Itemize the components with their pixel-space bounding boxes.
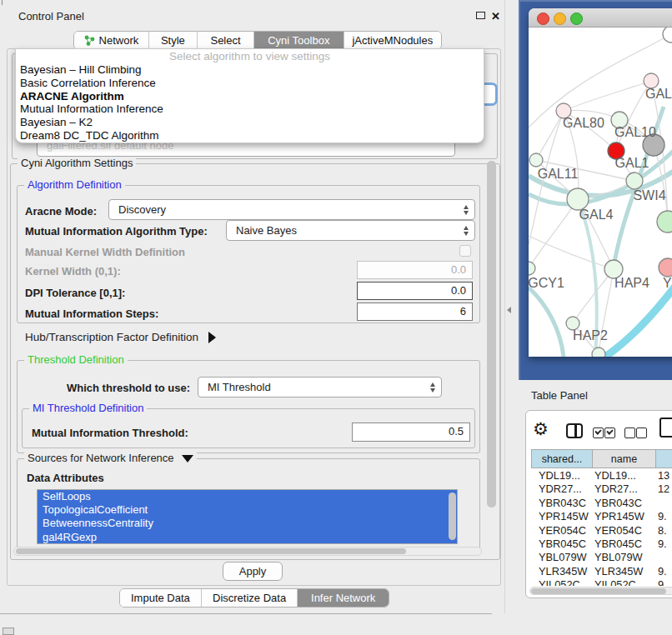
node-label: GAL10 [614, 125, 656, 139]
table-row[interactable]: YBR043C YBR043C [531, 497, 672, 510]
manual-kernel-checkbox[interactable] [459, 245, 471, 257]
tab-network[interactable]: Network [74, 32, 149, 49]
close-icon[interactable]: ✕ [491, 11, 500, 22]
columns-icon[interactable] [566, 423, 583, 438]
dropdown-item[interactable]: Dream8 DC_TDC Algorithm [16, 129, 484, 142]
aracne-mode-combo[interactable]: Discovery [108, 199, 475, 220]
mi-type-label: Mutual Information Algorithm Type: [25, 225, 208, 238]
table-horizontal-scrollbar[interactable] [529, 587, 672, 595]
tab-jactivemnodules[interactable]: jActiveMNodules [344, 32, 441, 49]
table-row[interactable]: YDR27... YDR27... 12 [531, 482, 672, 496]
checkbox-checked-icon[interactable] [604, 428, 615, 438]
network-canvas[interactable]: GAL GAL80 GAL10 GAL1 GAL11 SWI4 GAL4 GCY… [529, 28, 672, 357]
dropdown-item[interactable]: Bayesian – Hill Climbing [16, 63, 484, 77]
node-label: GAL [645, 87, 672, 101]
screen: Control Panel ✕ Network Style Select Cyn… [0, 0, 672, 635]
which-threshold-combo[interactable]: MI Threshold [198, 377, 442, 398]
groupbox-title: Algorithm Definition [24, 178, 125, 191]
table-scrollbar-thumb[interactable] [531, 588, 666, 594]
tab-impute-data[interactable]: Impute Data [120, 589, 202, 607]
node-label: GAL4 [579, 208, 614, 222]
table-row[interactable]: YLR345W YLR345W 9. [531, 565, 672, 578]
node-swi4[interactable] [626, 172, 643, 189]
node-gcy1[interactable] [529, 262, 535, 275]
kernel-width-label: Kernel Width (0,1): [25, 265, 121, 278]
table-row[interactable]: YBL079W YBL079W [531, 551, 672, 564]
column-header[interactable]: A [656, 449, 672, 468]
column-header[interactable]: name [593, 449, 656, 468]
collapsed-arrow-icon [208, 332, 216, 343]
list-item[interactable]: BetweennessCentrality [38, 517, 457, 530]
dropdown-item[interactable]: Basic Correlation Inference [16, 77, 484, 90]
table-row[interactable]: YBR045C YBR045C 9. [531, 538, 672, 551]
mi-steps-label: Mutual Information Steps: [25, 308, 158, 320]
horizontal-scrollbar[interactable] [13, 547, 482, 556]
stray-tick [2, 0, 3, 5]
table-row[interactable]: YIL052C YIL052C 9. [531, 578, 672, 586]
table-row[interactable]: YER054C YER054C 8. [531, 524, 672, 538]
list-item[interactable]: TopologicalCoefficient [38, 503, 457, 517]
groupbox-title: Threshold Definition [24, 353, 128, 366]
panel-bottom-border [0, 613, 492, 614]
tab-infer-network[interactable]: Infer Network [298, 589, 389, 607]
data-attributes-label: Data Attributes [27, 472, 104, 484]
zoom-traffic-light[interactable] [570, 12, 583, 25]
groupbox-title: MI Threshold Definition [29, 402, 147, 414]
checkbox-checked-icon[interactable] [593, 428, 604, 438]
settings-scrollbar[interactable] [487, 161, 496, 508]
groupbox-title: Cyni Algorithm Settings [18, 157, 136, 169]
dropdown-item-selected[interactable]: ARACNE Algorithm [16, 90, 484, 103]
checkbox-empty-icon[interactable] [624, 428, 635, 438]
tab-select[interactable]: Select [198, 32, 254, 49]
data-attributes-list: SelfLoops TopologicalCoefficient Between… [37, 489, 458, 544]
new-table-icon[interactable] [659, 418, 672, 438]
gear-icon[interactable]: ⚙ [533, 419, 549, 439]
kernel-width-field[interactable]: 0.0 [357, 261, 473, 279]
dropdown-item[interactable]: Bayesian – K2 [16, 116, 484, 129]
hub-section-toggle[interactable]: Hub/Transcription Factor Definition [25, 331, 216, 343]
network-window[interactable]: GAL GAL80 GAL10 GAL1 GAL11 SWI4 GAL4 GCY… [529, 8, 672, 357]
dpi-tolerance-field[interactable]: 0.0 [357, 282, 473, 300]
close-traffic-light[interactable] [537, 12, 549, 25]
which-threshold-label: Which threshold to use: [67, 382, 190, 394]
combo-spinner-icon [464, 226, 469, 236]
list-item[interactable]: gal4RGexp [38, 531, 457, 544]
column-header[interactable]: shared... [531, 449, 593, 468]
table-row[interactable]: YDL19... YDL19... 13 [531, 469, 672, 482]
float-window-icon[interactable] [476, 12, 485, 19]
combo-spinner-icon [464, 205, 469, 215]
tab-discretize-data[interactable]: Discretize Data [202, 589, 298, 607]
list-scrollbar[interactable] [449, 492, 456, 540]
manual-kernel-label: Manual Kernel Width Definition [25, 246, 185, 258]
minimized-panel-icon[interactable] [3, 628, 14, 635]
dropdown-item[interactable]: Mutual Information Inference [16, 102, 484, 116]
mi-steps-field[interactable]: 6 [357, 302, 473, 321]
divider-collapse-icon[interactable] [507, 307, 511, 313]
node-label: GCY1 [529, 276, 564, 290]
table-panel-title: Table Panel [531, 389, 588, 402]
checkbox-empty-icon[interactable] [636, 428, 647, 438]
horizontal-scrollbar-thumb[interactable] [16, 548, 406, 554]
minimize-traffic-light[interactable] [554, 12, 566, 25]
node-partial[interactable] [663, 28, 672, 42]
algorithm-dropdown-list: Select algorithm to view settings Bayesi… [15, 48, 484, 143]
node-label: HAP2 [573, 328, 608, 342]
sources-section-toggle[interactable]: Sources for Network Inference [24, 452, 197, 464]
node-label: HAP4 [614, 276, 649, 290]
apply-button[interactable]: Apply [223, 562, 283, 581]
tab-style[interactable]: Style [149, 32, 198, 49]
tab-cyni-toolbox[interactable]: Cyni Toolbox [254, 32, 344, 49]
network-window-titlebar[interactable] [529, 8, 672, 28]
node-y-cut[interactable] [659, 258, 672, 277]
mi-type-combo[interactable]: Naive Bayes [226, 220, 475, 241]
list-item[interactable]: SelfLoops [38, 490, 457, 503]
node-label: GAL80 [563, 116, 604, 130]
split-divider[interactable] [504, 0, 505, 613]
dropdown-hint: Select algorithm to view settings [16, 49, 484, 63]
node-bottom[interactable] [592, 348, 605, 357]
table-row[interactable]: YPR145W YPR145W 9. [531, 510, 672, 523]
node-big-green[interactable] [657, 211, 672, 232]
mi-threshold-field[interactable]: 0.5 [352, 422, 470, 442]
expanded-arrow-icon [182, 455, 193, 462]
node-gal11[interactable] [529, 153, 543, 167]
